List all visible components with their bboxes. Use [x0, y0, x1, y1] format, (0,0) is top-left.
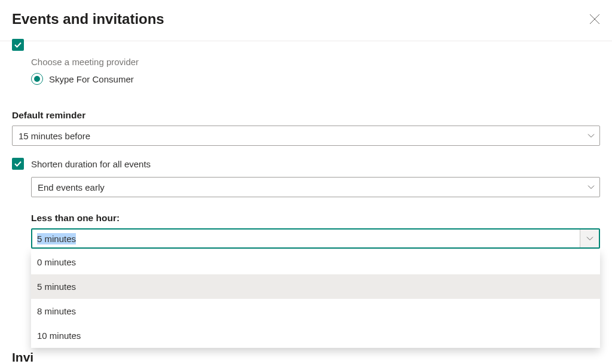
less-than-hour-toggle-button[interactable]	[580, 230, 599, 247]
dropdown-option[interactable]: 5 minutes	[31, 274, 600, 299]
shorten-duration-row: Shorten duration for all events	[12, 158, 600, 170]
dialog-title: Events and invitations	[12, 11, 164, 27]
less-than-hour-value: 5 minutes	[32, 230, 580, 247]
dropdown-option[interactable]: 0 minutes	[31, 250, 600, 274]
online-meeting-checkbox[interactable]	[12, 39, 24, 51]
default-reminder-label: Default reminder	[12, 110, 600, 121]
chevron-down-icon	[587, 183, 595, 191]
dialog-content: Choose a meeting provider Skype For Cons…	[0, 39, 612, 364]
shorten-mode-value: End events early	[38, 182, 105, 192]
dropdown-option[interactable]: 8 minutes	[31, 299, 600, 323]
shorten-mode-select[interactable]: End events early	[31, 177, 600, 197]
default-reminder-value: 15 minutes before	[19, 131, 90, 141]
shorten-mode-wrapper: End events early Less than one hour: 5 m…	[31, 177, 600, 249]
less-than-hour-input[interactable]: 5 minutes	[31, 228, 600, 249]
dialog-header: Events and invitations	[0, 0, 612, 41]
meeting-provider-option[interactable]: Skype For Consumer	[31, 73, 600, 85]
dropdown-option[interactable]: 10 minutes	[31, 323, 600, 348]
add-online-meeting-row	[12, 39, 600, 51]
close-icon[interactable]	[589, 14, 600, 25]
meeting-provider-option-label: Skype For Consumer	[49, 74, 134, 84]
meeting-provider-label: Choose a meeting provider	[31, 57, 600, 67]
less-than-hour-label: Less than one hour:	[31, 213, 600, 224]
meeting-provider-block: Choose a meeting provider Skype For Cons…	[31, 57, 600, 85]
invitations-section-heading: Invi	[12, 350, 600, 364]
chevron-down-icon	[586, 235, 593, 242]
chevron-down-icon	[587, 132, 595, 139]
radio-selected-icon	[31, 73, 43, 85]
less-than-hour-combobox: 5 minutes 0 minutes 5 minutes 8 minutes …	[31, 228, 600, 249]
shorten-duration-checkbox[interactable]	[12, 158, 24, 170]
default-reminder-select[interactable]: 15 minutes before	[12, 126, 600, 146]
less-than-hour-dropdown: 0 minutes 5 minutes 8 minutes 10 minutes	[31, 250, 600, 348]
shorten-duration-label: Shorten duration for all events	[31, 159, 151, 169]
